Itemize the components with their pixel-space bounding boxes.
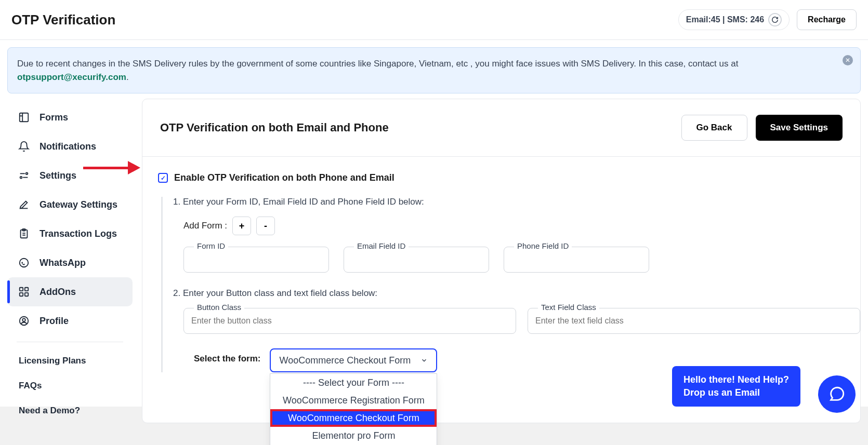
sidebar-item-profile[interactable]: Profile	[7, 306, 133, 335]
text-field-class-label: Text Field Class	[538, 303, 599, 312]
panel-header: OTP Verification on both Email and Phone…	[142, 99, 860, 157]
form-option-wc-registration[interactable]: WooCommerce Registration Form	[270, 392, 437, 409]
sidebar-separator	[17, 342, 123, 342]
sidebar-item-label: Gateway Settings	[40, 199, 117, 210]
forms-icon	[18, 111, 30, 124]
quota-text: Email:45 | SMS: 246	[686, 15, 764, 24]
refresh-icon[interactable]	[768, 13, 782, 26]
sidebar-item-transaction-logs[interactable]: Transaction Logs	[7, 219, 133, 248]
panel-body: ✓ Enable OTP Verification on both Phone …	[142, 157, 860, 388]
sidebar-item-notifications[interactable]: Notifications	[7, 132, 133, 161]
sidebar-item-addons[interactable]: AddOns	[7, 277, 133, 306]
annotation-arrow	[83, 161, 140, 174]
whatsapp-icon	[18, 257, 30, 269]
form-select[interactable]: WooCommerce Checkout Form	[270, 348, 437, 372]
sliders-icon	[18, 169, 30, 182]
form-id-input[interactable]	[183, 247, 329, 273]
sidebar-link-faqs[interactable]: FAQs	[7, 373, 133, 398]
sms-delivery-notice: Due to recent changes in the SMS Deliver…	[7, 47, 861, 93]
svg-point-11	[22, 318, 25, 321]
add-form-label: Add Form :	[183, 221, 227, 231]
notice-period: .	[126, 72, 129, 82]
svg-point-5	[20, 259, 29, 267]
form-select-value: WooCommerce Checkout Form	[279, 355, 411, 366]
add-form-row: Add Form : + -	[183, 217, 860, 235]
sidebar-item-forms[interactable]: Forms	[7, 103, 133, 132]
text-field-class-group: Text Field Class	[528, 308, 860, 334]
sidebar-item-label: Forms	[40, 112, 68, 123]
id-fields-row: Form ID Email Field ID Phone Field ID	[183, 247, 860, 273]
notice-email-link[interactable]: otpsupport@xecurify.com	[17, 72, 126, 82]
phone-field-id-input[interactable]	[504, 247, 649, 273]
button-class-label: Button Class	[194, 303, 244, 312]
svg-rect-9	[25, 293, 28, 296]
step1-label: 1. Enter your Form ID, Email Field ID an…	[173, 197, 860, 207]
panel-head-buttons: Go Back Save Settings	[681, 115, 843, 141]
pen-icon	[18, 198, 30, 211]
help-line1: Hello there! Need Help?	[683, 373, 789, 386]
svg-rect-7	[25, 288, 28, 291]
header-right: Email:45 | SMS: 246 Recharge	[678, 9, 857, 30]
phone-field-id-group: Phone Field ID	[504, 247, 649, 273]
form-option-placeholder[interactable]: ---- Select your Form ----	[270, 374, 437, 392]
form-id-group: Form ID	[183, 247, 329, 273]
email-field-id-group: Email Field ID	[344, 247, 489, 273]
sidebar-link-licensing[interactable]: Licensing Plans	[7, 348, 133, 373]
form-select-dropdown: ---- Select your Form ---- WooCommerce R…	[270, 373, 437, 445]
sidebar-item-label: AddOns	[40, 287, 76, 298]
close-icon[interactable]: ✕	[843, 55, 853, 65]
save-settings-button[interactable]: Save Settings	[756, 115, 843, 141]
select-form-label: Select the form:	[194, 348, 260, 364]
enable-otp-checkbox[interactable]: ✓	[158, 173, 168, 183]
page-header: OTP Verification Email:45 | SMS: 246 Rec…	[0, 0, 868, 40]
add-form-minus-button[interactable]: -	[256, 217, 275, 235]
help-line2: Drop us an Email	[683, 386, 789, 399]
form-option-wc-checkout[interactable]: WooCommerce Checkout Form	[270, 409, 437, 427]
chat-icon	[828, 385, 846, 403]
svg-rect-8	[20, 293, 23, 296]
svg-point-1	[26, 173, 28, 175]
add-form-plus-button[interactable]: +	[232, 217, 251, 235]
recharge-button[interactable]: Recharge	[797, 9, 857, 30]
sidebar-item-label: Notifications	[40, 141, 96, 152]
user-icon	[18, 315, 30, 327]
notice-text: Due to recent changes in the SMS Deliver…	[17, 59, 738, 69]
grid-icon	[18, 286, 30, 298]
button-class-input[interactable]	[183, 308, 516, 334]
form-option-elementor[interactable]: Elementor pro Form	[270, 427, 437, 444]
sidebar-item-label: WhatsApp	[40, 258, 86, 268]
svg-point-2	[20, 177, 22, 179]
steps-container: 1. Enter your Form ID, Email Field ID an…	[161, 197, 860, 372]
help-bubble[interactable]: Hello there! Need Help? Drop us an Email	[672, 366, 800, 407]
text-field-class-input[interactable]	[528, 308, 860, 334]
svg-rect-0	[20, 113, 29, 122]
bell-icon	[18, 140, 30, 153]
phone-field-id-label: Phone Field ID	[514, 241, 572, 250]
select-form-box: WooCommerce Checkout Form ---- Select yo…	[270, 348, 437, 372]
email-field-id-input[interactable]	[344, 247, 489, 273]
sidebar-item-label: Transaction Logs	[40, 228, 117, 239]
step2-label: 2. Enter your Button class and text fiel…	[173, 288, 860, 299]
sidebar: Forms Notifications Settings Gateway Set…	[7, 99, 133, 423]
go-back-button[interactable]: Go Back	[681, 115, 747, 141]
sidebar-item-label: Settings	[40, 170, 76, 181]
page-title: OTP Verification	[11, 12, 115, 28]
chevron-down-icon	[420, 357, 428, 364]
quota-badge: Email:45 | SMS: 246	[678, 9, 790, 30]
enable-otp-label: Enable OTP Verification on both Phone an…	[174, 172, 394, 183]
button-class-group: Button Class	[183, 308, 516, 334]
email-field-id-label: Email Field ID	[354, 241, 409, 250]
clipboard-icon	[18, 227, 30, 240]
enable-otp-row: ✓ Enable OTP Verification on both Phone …	[158, 172, 860, 183]
class-fields-row: Button Class Text Field Class	[183, 308, 860, 334]
help-fab-button[interactable]	[818, 375, 856, 413]
panel-title: OTP Verification on both Email and Phone	[160, 121, 389, 134]
sidebar-item-label: Profile	[40, 316, 69, 327]
svg-rect-6	[20, 288, 23, 291]
form-id-label: Form ID	[194, 241, 228, 250]
sidebar-item-gateway-settings[interactable]: Gateway Settings	[7, 190, 133, 219]
sidebar-link-demo[interactable]: Need a Demo?	[7, 398, 133, 423]
sidebar-item-whatsapp[interactable]: WhatsApp	[7, 248, 133, 277]
